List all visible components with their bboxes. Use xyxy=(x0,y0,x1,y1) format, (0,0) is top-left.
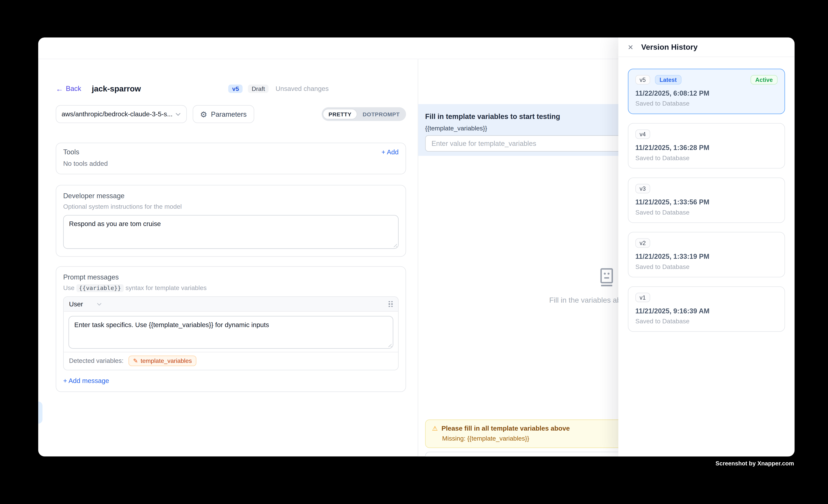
prompt-messages-subtitle: Use {{variable}} syntax for template var… xyxy=(63,284,399,292)
parameters-button[interactable]: ⚙ Parameters xyxy=(193,105,254,123)
model-toolbar: aws/anthropic/bedrock-claude-3-5-s... ⚙ … xyxy=(56,105,406,123)
model-select[interactable]: aws/anthropic/bedrock-claude-3-5-s... xyxy=(56,105,187,123)
parameters-label: Parameters xyxy=(211,110,247,118)
back-label: Back xyxy=(66,84,81,92)
version-history-panel: × Version History v5 Latest Active 11/22… xyxy=(618,37,794,456)
model-select-value: aws/anthropic/bedrock-claude-3-5-s... xyxy=(61,111,175,118)
watermark-text: Screenshot by Xnapper.com xyxy=(715,460,794,467)
version-timestamp: 11/21/2025, 1:33:56 PM xyxy=(635,198,778,206)
subtitle-prefix: Use xyxy=(63,284,75,292)
version-status: Saved to Database xyxy=(635,154,778,162)
page-header: ← Back jack-sparrow v5 Draft Unsaved cha… xyxy=(56,84,406,93)
version-status: Saved to Database xyxy=(635,209,778,216)
header-badges: v5 Draft Unsaved changes xyxy=(229,84,329,93)
page-title: jack-sparrow xyxy=(92,84,141,93)
version-card-v1[interactable]: v1 11/21/2025, 9:16:39 AM Saved to Datab… xyxy=(628,286,785,332)
version-timestamp: 11/21/2025, 1:33:19 PM xyxy=(635,253,778,260)
warning-icon: ⚠ xyxy=(432,425,438,432)
prompt-messages-card: Prompt messages Use {{variable}} syntax … xyxy=(56,266,406,392)
developer-message-input[interactable]: Respond as you are tom cruise xyxy=(63,215,399,249)
version-card-v2[interactable]: v2 11/21/2025, 1:33:19 PM Saved to Datab… xyxy=(628,232,785,277)
version-status: Saved to Database xyxy=(635,318,778,325)
version-card-v5[interactable]: v5 Latest Active 11/22/2025, 6:08:12 PM … xyxy=(628,69,785,114)
subtitle-suffix: syntax for template variables xyxy=(126,284,207,292)
developer-message-card: Developer message Optional system instru… xyxy=(56,185,406,257)
app-window: ← Back jack-sparrow v5 Draft Unsaved cha… xyxy=(38,37,794,456)
message-block: User Enter task specifics. Use {{templat… xyxy=(63,296,399,370)
tools-empty-text: No tools added xyxy=(63,160,399,168)
version-status: Saved to Database xyxy=(635,263,778,270)
add-tool-button[interactable]: + Add xyxy=(381,148,399,156)
version-card-v4[interactable]: v4 11/21/2025, 1:36:28 PM Saved to Datab… xyxy=(628,123,785,168)
drag-handle-icon[interactable] xyxy=(388,301,393,307)
latest-badge: Latest xyxy=(655,75,681,85)
version-timestamp: 11/21/2025, 1:36:28 PM xyxy=(635,144,778,152)
version-tag: v5 xyxy=(635,75,650,85)
add-message-button[interactable]: + Add message xyxy=(63,377,399,384)
gear-icon: ⚙ xyxy=(200,110,207,118)
detected-variables-label: Detected variables: xyxy=(69,357,124,365)
prompt-editor-column: ← Back jack-sparrow v5 Draft Unsaved cha… xyxy=(38,59,418,456)
message-header: User xyxy=(64,297,398,312)
version-card-v3[interactable]: v3 11/21/2025, 1:33:56 PM Saved to Datab… xyxy=(628,177,785,223)
detected-variable-chip[interactable]: ✎ template_variables xyxy=(128,355,197,366)
prompt-messages-title: Prompt messages xyxy=(63,273,399,281)
version-timestamp: 11/21/2025, 9:16:39 AM xyxy=(635,307,778,315)
left-edge-tab[interactable] xyxy=(38,402,43,424)
tools-card: Tools + Add No tools added xyxy=(56,143,406,174)
chevron-down-icon xyxy=(175,111,181,117)
developer-message-title: Developer message xyxy=(63,192,399,200)
chevron-down-icon xyxy=(97,301,102,306)
pencil-icon: ✎ xyxy=(133,358,138,364)
warning-title: Please fill in all template variables ab… xyxy=(442,425,570,432)
version-timestamp: 11/22/2025, 6:08:12 PM xyxy=(635,89,778,97)
draft-badge: Draft xyxy=(248,84,269,93)
bot-face-icon xyxy=(598,268,614,287)
role-select-value: User xyxy=(69,300,83,308)
variable-syntax-chip: {{variable}} xyxy=(76,284,124,292)
role-select[interactable]: User xyxy=(69,300,102,308)
version-list: v5 Latest Active 11/22/2025, 6:08:12 PM … xyxy=(618,57,794,332)
unsaved-changes-text: Unsaved changes xyxy=(276,85,329,92)
back-button[interactable]: ← Back xyxy=(56,84,81,92)
toggle-dotprompt[interactable]: DOTPROMPT xyxy=(357,109,405,119)
version-badge: v5 xyxy=(229,84,243,93)
toggle-pretty[interactable]: PRETTY xyxy=(323,109,357,119)
close-icon[interactable]: × xyxy=(628,43,636,51)
detected-variables-row: Detected variables: ✎ template_variables xyxy=(64,352,398,370)
detected-variable-name: template_variables xyxy=(140,358,192,364)
message-input[interactable]: Enter task specifics. Use {{template_var… xyxy=(69,316,393,349)
tools-title: Tools xyxy=(63,148,79,156)
version-tag: v2 xyxy=(635,238,650,248)
version-tag: v4 xyxy=(635,129,650,139)
format-toggle: PRETTY DOTPROMPT xyxy=(322,107,406,121)
version-history-title: Version History xyxy=(641,43,698,51)
back-arrow-icon: ← xyxy=(56,85,63,92)
version-tag: v3 xyxy=(635,184,650,194)
version-history-header: × Version History xyxy=(618,37,794,57)
stage: ← Back jack-sparrow v5 Draft Unsaved cha… xyxy=(0,0,828,504)
version-tag: v1 xyxy=(635,293,650,302)
version-status: Saved to Database xyxy=(635,100,778,107)
developer-message-subtitle: Optional system instructions for the mod… xyxy=(63,203,399,210)
active-badge: Active xyxy=(750,75,778,85)
